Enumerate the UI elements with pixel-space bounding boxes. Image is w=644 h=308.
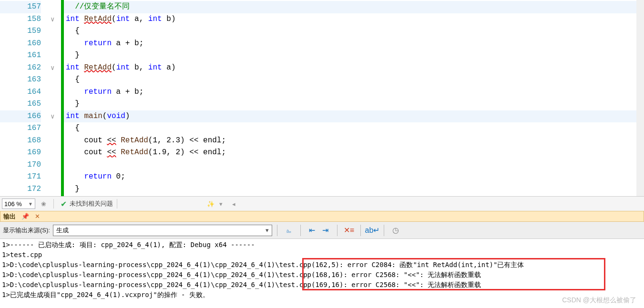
code-line[interactable]: } <box>64 50 636 62</box>
output-line[interactable]: 1>D:\code\cplusplus-learning-process\cpp… <box>2 280 642 290</box>
line-number: 160 <box>0 38 41 50</box>
prev-icon[interactable]: ▾ <box>219 200 223 208</box>
code-line[interactable]: } <box>64 98 636 110</box>
code-line[interactable]: cout << RetAdd(1, 2.3) << endl; <box>64 135 636 147</box>
code-line[interactable]: { <box>64 122 636 135</box>
wand-icon[interactable]: ✨ <box>207 200 215 208</box>
output-line[interactable]: 1>------ 已启动生成: 项目: cpp_2024_6_4(1), 配置:… <box>2 240 642 250</box>
code-line[interactable]: int main(void) <box>64 110 636 123</box>
output-line[interactable]: 1>已完成生成项目"cpp_2024_6_4(1).vcxproj"的操作 - … <box>2 290 642 300</box>
line-number: 162 <box>0 62 41 74</box>
code-line[interactable]: return 0; <box>64 171 636 183</box>
line-number: 164 <box>0 86 41 99</box>
fold-toggle-icon[interactable]: ∨ <box>51 15 54 23</box>
code-line[interactable]: //仅变量名不同 <box>64 1 636 13</box>
line-number: 159 <box>0 25 41 38</box>
code-line[interactable]: return a + b; <box>64 86 636 99</box>
line-number: 158 <box>0 13 41 26</box>
output-toolbar: 显示输出来源(S): 生成 ▾ ⎁ ⇤ ⇥ ✕≡ ab↵ ◷ <box>0 222 644 239</box>
output-panel-title: 输出 <box>0 212 19 221</box>
line-number: 168 <box>0 135 41 147</box>
prev-message-icon[interactable]: ⇤ <box>306 225 319 236</box>
editor-status-bar: 106 % ▼ ❀ ✔ 未找到相关问题 ✨ ▾ ◂ <box>0 196 644 211</box>
output-line[interactable]: 1>D:\code\cplusplus-learning-process\cpp… <box>2 270 642 280</box>
fold-toggle-icon[interactable]: ∨ <box>51 112 54 120</box>
vertical-scrollbar[interactable] <box>636 0 644 196</box>
line-number: 169 <box>0 147 41 159</box>
separator <box>53 199 54 209</box>
code-line[interactable]: { <box>64 25 636 38</box>
separator <box>360 225 361 236</box>
code-line[interactable]: int RetAdd(int b, int a) <box>64 62 636 74</box>
clear-icon[interactable]: ✕≡ <box>342 225 356 236</box>
separator <box>277 225 277 236</box>
code-line[interactable]: return a + b; <box>64 38 636 50</box>
check-icon: ✔ <box>61 199 67 209</box>
line-number: 161 <box>0 50 41 62</box>
output-source-value: 生成 <box>56 226 69 235</box>
line-number: 170 <box>0 159 41 171</box>
code-line[interactable]: } <box>64 183 636 196</box>
output-panel-header[interactable]: 输出 📌 ✕ <box>0 211 644 222</box>
output-text[interactable]: 1>------ 已启动生成: 项目: cpp_2024_6_4(1), 配置:… <box>0 239 644 308</box>
fold-column: ∨∨∨ <box>50 0 61 196</box>
line-number: 171 <box>0 171 41 183</box>
pin-icon[interactable]: 📌 <box>19 213 32 220</box>
wrap-icon[interactable]: ab↵ <box>366 225 379 236</box>
code-line[interactable]: cout << RetAdd(1.9, 2) << endl; <box>64 147 636 159</box>
chevron-down-icon: ▼ <box>28 201 33 207</box>
line-number: 166 <box>0 110 41 123</box>
code-line[interactable]: { <box>64 74 636 86</box>
line-number: 167 <box>0 122 41 135</box>
find-icon[interactable]: ⎁ <box>282 225 296 236</box>
zoom-dropdown[interactable]: 106 % ▼ <box>2 199 35 209</box>
zoom-value: 106 % <box>4 200 22 208</box>
separator <box>384 225 384 236</box>
line-number-gutter: 1571581591601611621631641651661671681691… <box>0 0 50 196</box>
separator <box>337 225 337 236</box>
output-line[interactable]: 1>D:\code\cplusplus-learning-process\cpp… <box>2 260 642 270</box>
close-icon[interactable]: ✕ <box>32 213 43 220</box>
code-line[interactable] <box>64 159 636 171</box>
chevron-down-icon: ▾ <box>266 227 269 234</box>
separator <box>117 199 117 209</box>
no-issues-label: 未找到相关问题 <box>70 199 113 208</box>
code-line[interactable]: int RetAdd(int a, int b) <box>64 13 636 26</box>
output-line[interactable]: 1>test.cpp <box>2 250 642 260</box>
output-source-label: 显示输出来源(S): <box>3 226 50 235</box>
line-number: 172 <box>0 183 41 196</box>
fold-toggle-icon[interactable]: ∨ <box>51 64 54 72</box>
code-content[interactable]: //仅变量名不同int RetAdd(int a, int b) { retur… <box>64 0 636 196</box>
clock-icon[interactable]: ◷ <box>389 225 402 236</box>
line-number: 157 <box>0 1 41 13</box>
code-editor[interactable]: 1571581591601611621631641651661671681691… <box>0 0 644 196</box>
line-number: 165 <box>0 98 41 110</box>
separator <box>300 225 301 236</box>
health-icon[interactable]: ❀ <box>37 198 50 210</box>
next-icon[interactable]: ◂ <box>232 200 235 208</box>
line-number: 163 <box>0 74 41 86</box>
next-message-icon[interactable]: ⇥ <box>319 225 332 236</box>
output-source-dropdown[interactable]: 生成 ▾ <box>53 225 272 236</box>
